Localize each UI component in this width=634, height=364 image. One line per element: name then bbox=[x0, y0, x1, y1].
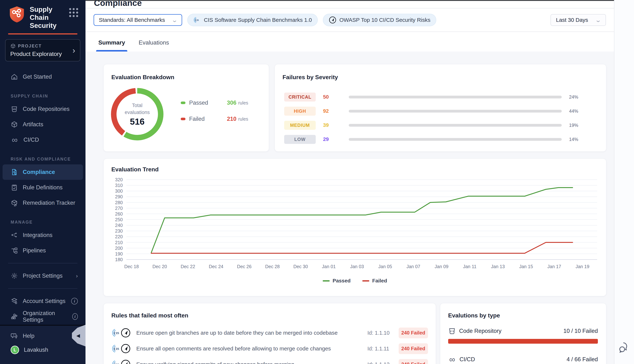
sidebar-item-project-settings[interactable]: Project Settings › bbox=[0, 268, 86, 284]
info-icon[interactable]: i bbox=[71, 298, 78, 304]
section-heading-supply-chain: SUPPLY CHAIN bbox=[0, 91, 86, 101]
project-cube-icon bbox=[10, 43, 16, 49]
svg-text:260: 260 bbox=[115, 211, 123, 216]
svg-text:240: 240 bbox=[115, 223, 123, 228]
sidebar-footer: ? Help L Lavakush bbox=[0, 325, 86, 364]
severity-badge: MEDIUM bbox=[284, 121, 316, 130]
sidebar-item-get-started[interactable]: Get Started bbox=[0, 69, 86, 84]
sidebar: Supply Chain Security PROJECT Product Ex… bbox=[0, 0, 86, 364]
owasp-logo-icon bbox=[121, 359, 131, 364]
card-title: Failures by Severity bbox=[275, 64, 606, 81]
trend-legend: Passed Failed bbox=[104, 278, 606, 284]
sidebar-item-compliance[interactable]: Compliance bbox=[3, 164, 83, 180]
svg-text:Jan 19: Jan 19 bbox=[575, 264, 589, 269]
severity-rows: CRITICAL 50 24% HIGH 92 44% MEDIUM 39 bbox=[284, 93, 589, 149]
sidebar-item-integrations[interactable]: Integrations bbox=[0, 228, 86, 243]
tab-summary[interactable]: Summary bbox=[96, 39, 127, 52]
failed-count-badge: 240 Failed bbox=[399, 343, 428, 354]
card-title: Evaluation Trend bbox=[104, 159, 606, 173]
svg-text:Dec 26: Dec 26 bbox=[237, 264, 251, 269]
svg-text:190: 190 bbox=[115, 251, 123, 256]
sidebar-item-artifacts[interactable]: Artifacts bbox=[0, 117, 86, 132]
app-title: Supply Chain Security bbox=[30, 6, 69, 30]
project-selector[interactable]: PROJECT Product Exploratory › bbox=[5, 39, 80, 62]
svg-text:310: 310 bbox=[115, 183, 123, 188]
sidebar-divider bbox=[8, 263, 77, 264]
cis-logo-icon: CIS bbox=[111, 344, 122, 354]
legend-passed: Passed 306 rules bbox=[181, 100, 248, 106]
svg-text:320: 320 bbox=[115, 177, 123, 182]
sidebar-item-organization-settings[interactable]: Organization Settings i bbox=[0, 309, 86, 324]
code-repository-icon bbox=[11, 106, 18, 113]
sidebar-item-remediation-tracker[interactable]: Remediation Tracker bbox=[0, 195, 86, 210]
severity-bar bbox=[349, 138, 562, 141]
benchmark-chip-cis[interactable]: CIS CIS Software Supply Chain Benchmarks… bbox=[187, 14, 318, 26]
section-heading-risk-compliance: RISK AND COMPLIANCE bbox=[0, 154, 86, 164]
svg-text:280: 280 bbox=[115, 200, 123, 205]
severity-badge: CRITICAL bbox=[284, 92, 316, 102]
standards-filter-select[interactable]: Standards: All Benchmarks ⌄ bbox=[94, 14, 182, 26]
severity-count: 92 bbox=[323, 108, 349, 114]
sidebar-item-rule-definitions[interactable]: Rule Definitions bbox=[0, 180, 86, 195]
failed-count-badge: 240 Failed bbox=[399, 359, 428, 364]
passed-swatch bbox=[181, 102, 185, 104]
svg-text:CIS: CIS bbox=[114, 332, 119, 335]
main-content: Compliance Standards: All Benchmarks ⌄ C… bbox=[86, 0, 614, 364]
severity-bar bbox=[349, 110, 562, 112]
info-icon[interactable]: i bbox=[72, 313, 78, 320]
owasp-logo-icon bbox=[329, 16, 337, 24]
rules-failed-card: Rules that failed most often CIS Ensure … bbox=[104, 303, 436, 364]
layers-gear-icon bbox=[11, 298, 18, 305]
evaluation-breakdown-card: Evaluation Breakdown Total evaluations 5… bbox=[104, 64, 269, 152]
severity-row-low: LOW 29 14% bbox=[284, 135, 589, 144]
rule-row[interactable]: CIS Ensure all open comments are resolve… bbox=[111, 341, 428, 356]
svg-text:Jan 17: Jan 17 bbox=[547, 264, 561, 269]
sidebar-item-code-repositories[interactable]: Code Repositories bbox=[0, 101, 86, 117]
sidebar-item-pipelines[interactable]: Pipelines bbox=[0, 243, 86, 258]
card-title: Evalutions by type bbox=[440, 303, 606, 319]
org-chart-gear-icon bbox=[11, 313, 18, 320]
severity-percent: 44% bbox=[569, 108, 589, 114]
benchmark-chip-owasp[interactable]: OWASP Top 10 CI/CD Security Risks bbox=[323, 14, 436, 26]
evaluation-trend-card: Evaluation Trend 32031030029028027026025… bbox=[104, 158, 606, 296]
filter-row: Standards: All Benchmarks ⌄ CIS CIS Soft… bbox=[86, 8, 614, 32]
type-status: 4 / 66 Failed bbox=[566, 356, 598, 363]
donut-center-label: Total evaluations 516 bbox=[111, 88, 163, 140]
svg-text:Dec 18: Dec 18 bbox=[124, 264, 139, 269]
user-menu[interactable]: L Lavakush bbox=[0, 343, 86, 357]
owasp-logo-icon bbox=[121, 328, 131, 338]
chat-launcher-icon[interactable] bbox=[619, 341, 630, 353]
help-chat-icon: ? bbox=[11, 332, 18, 340]
svg-text:180: 180 bbox=[115, 257, 123, 262]
severity-bar bbox=[349, 96, 562, 98]
rule-id: Id: 1.1.12 bbox=[368, 362, 399, 364]
sidebar-item-cicd[interactable]: ∞ CI/CD bbox=[0, 132, 86, 148]
tab-evaluations[interactable]: Evaluations bbox=[137, 39, 171, 52]
page-title-row: Compliance bbox=[86, 1, 614, 8]
sidebar-divider bbox=[8, 288, 77, 289]
legend-failed: Failed 210 rules bbox=[181, 116, 248, 122]
rule-id: Id: 1.1.11 bbox=[368, 346, 399, 352]
svg-text:Dec 30: Dec 30 bbox=[293, 264, 308, 269]
project-label: PROJECT bbox=[18, 44, 42, 48]
right-gutter bbox=[614, 0, 634, 364]
sidebar-item-account-settings[interactable]: Account Settings i bbox=[0, 294, 86, 309]
rule-row[interactable]: CIS Ensure open git branches are up to d… bbox=[111, 325, 428, 341]
severity-row-critical: CRITICAL 50 24% bbox=[284, 93, 589, 101]
chevron-right-icon: › bbox=[73, 46, 75, 54]
card-title: Evaluation Breakdown bbox=[104, 64, 269, 81]
svg-text:300: 300 bbox=[115, 188, 123, 194]
infinity-icon: ∞ bbox=[448, 356, 456, 363]
donut-legend: Passed 306 rules Failed 210 rules bbox=[181, 100, 248, 122]
tabs: Summary Evaluations bbox=[86, 32, 614, 52]
rule-row[interactable]: CIS Ensure verifying signed commits of n… bbox=[111, 356, 428, 364]
date-range-select[interactable]: Last 30 Days ⌄ bbox=[550, 14, 606, 26]
svg-text:Jan 07: Jan 07 bbox=[407, 264, 420, 269]
svg-text:Dec 22: Dec 22 bbox=[181, 264, 195, 269]
app-grid-icon[interactable] bbox=[69, 8, 78, 17]
svg-text:210: 210 bbox=[115, 240, 123, 245]
severity-badge: LOW bbox=[284, 135, 316, 144]
clipboard-check-icon bbox=[11, 184, 18, 191]
brand-accent-rule bbox=[8, 33, 77, 34]
gear-icon bbox=[11, 272, 18, 280]
